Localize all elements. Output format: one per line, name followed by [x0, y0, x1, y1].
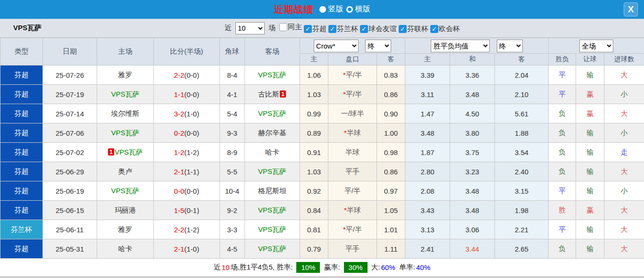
goals-result-cell: 小 [604, 85, 644, 104]
checkbox-icon[interactable]: ✓ [304, 25, 312, 33]
red-badge: 1 [280, 90, 286, 98]
avg-draw-cell: 3.75 [450, 143, 495, 162]
filter-checkbox-item[interactable]: 同主 [279, 23, 302, 32]
avg-time-select[interactable]: 终 [497, 40, 523, 52]
corners-cell: 8-9 [220, 143, 245, 162]
match-count-select[interactable]: 10 [235, 22, 265, 34]
goals-result-cell: 大 [604, 65, 644, 85]
team-name: VPS瓦萨 [258, 245, 286, 253]
away-cell: VPS瓦萨 [245, 239, 300, 259]
radio-icon[interactable] [346, 6, 353, 13]
league-cell: 芬超 [0, 85, 43, 104]
filter-checkbox-item[interactable]: ✓芬联杯 [399, 25, 428, 33]
avg-away-cell: 1.88 [495, 123, 549, 143]
away-cell: VPS瓦萨 [245, 201, 300, 220]
corners-cell: 9-2 [220, 201, 245, 220]
avg-away-cell: 2.10 [495, 85, 549, 104]
results-table-body: 芬超25-07-26雅罗2-2(0-0)8-4VPS瓦萨1.06*平/半0.83… [0, 65, 644, 259]
view-option[interactable]: 横版 [346, 4, 370, 14]
radio-icon[interactable] [319, 6, 326, 13]
summary-bar: 近10场,胜1平4负5, 胜率: 10% 赢率: 30% 大:60% 单率:40… [0, 259, 644, 276]
half-score: (0-1) [184, 206, 200, 214]
odd-label: 单率: [399, 263, 415, 272]
team-name: 玛丽港 [115, 206, 136, 214]
full-score: 3-2 [174, 110, 184, 118]
team-name: 奥卢 [118, 167, 133, 175]
corners-cell: 9-3 [220, 123, 245, 143]
checkbox-icon[interactable]: ✓ [360, 25, 368, 33]
league-cell: 芬兰杯 [0, 220, 43, 239]
page-title: 近期战绩 [274, 3, 314, 16]
handicap-text: 半球 [345, 148, 360, 156]
wdl-result-cell: 负 [549, 239, 576, 259]
col-header-score: 比分(半场) [154, 38, 220, 65]
filter-checkbox-item[interactable]: ✓欧会杯 [430, 25, 460, 33]
avg-draw-cell: 3.48 [450, 181, 495, 201]
checkbox-icon[interactable]: ✓ [399, 25, 407, 33]
team-name: 埃尔维斯 [111, 109, 140, 117]
team-name: VPS瓦萨 [13, 24, 42, 33]
big-label: 大: [371, 263, 380, 272]
away-cell: VPS瓦萨 [245, 104, 300, 123]
odds-group-header: Crow* 终 [300, 38, 405, 54]
team-name: 雅罗 [118, 71, 133, 79]
half-score: (0-0) [184, 187, 200, 195]
avg-away-cell: 2.04 [495, 65, 549, 85]
date-cell: 25-07-19 [43, 85, 97, 104]
wdl-result-cell: 胜 [549, 201, 576, 220]
checkbox-icon[interactable]: ✓ [328, 25, 336, 33]
avg-away-cell: 5.61 [495, 104, 549, 123]
filter-checkbox-item[interactable]: ✓球会友谊 [360, 25, 397, 33]
odds-away-cell: 1.00 [377, 123, 405, 143]
filter-label: 芬兰杯 [337, 25, 358, 33]
wdl-result-cell: 平 [549, 85, 576, 104]
full-score: 2-1 [174, 245, 184, 253]
view-radios: 竖版横版 [317, 4, 370, 15]
home-cell: 雅罗 [97, 65, 154, 85]
score-cell: 0-0(0-0) [154, 181, 220, 201]
home-cell: 1VPS瓦萨 [97, 143, 154, 162]
odds-time-select[interactable]: 终 [365, 40, 391, 52]
avg-draw-cell: 4.50 [450, 104, 495, 123]
checkbox-icon[interactable] [279, 23, 287, 31]
handicap-result-cell: 赢 [576, 85, 604, 104]
view-option-label: 横版 [355, 4, 370, 14]
handicap-cell: *半球 [328, 123, 377, 143]
filter-checkbox-item[interactable]: ✓芬兰杯 [328, 25, 358, 33]
avg-home-cell: 2.08 [405, 181, 450, 201]
away-cell: VPS瓦萨 [245, 220, 300, 239]
league-cell: 芬超 [0, 123, 43, 143]
odds-home-cell: 1.03 [300, 162, 328, 181]
col-header-corners: 角球 [220, 38, 245, 65]
handicap-cell: 半球 [328, 143, 377, 162]
half-score: (1-2) [184, 226, 200, 234]
avg-away-cell: 2.65 [495, 239, 549, 259]
avg-away-cell: 3.15 [495, 181, 549, 201]
home-cell: VPS瓦萨 [97, 123, 154, 143]
odds-home-cell: 1.03 [300, 85, 328, 104]
handicap-result-cell: 输 [576, 143, 604, 162]
score-cell: 1-5(0-1) [154, 201, 220, 220]
scope-select[interactable]: 全场 [579, 40, 613, 52]
wdl-result-cell: 负 [549, 104, 576, 123]
checkbox-icon[interactable]: ✓ [430, 25, 438, 33]
avg-away-cell: 2.21 [495, 220, 549, 239]
title-bar-content: 近期战绩 竖版横版 [274, 3, 370, 16]
subcol-handicap: 盘口 [328, 54, 377, 65]
close-icon[interactable]: X [624, 2, 638, 16]
odds-home-cell: 0.99 [300, 104, 328, 123]
score-cell: 3-2(1-0) [154, 104, 220, 123]
view-option[interactable]: 竖版 [319, 4, 343, 14]
odds-company-select[interactable]: Crow* [314, 40, 359, 52]
half-score: (1-1) [184, 168, 200, 176]
filter-checkbox-item[interactable]: ✓芬超 [304, 25, 326, 33]
handicap-result-cell: 输 [576, 162, 604, 181]
handicap-text: 半球 [347, 206, 361, 214]
summary-prefix: 近 [214, 263, 221, 272]
handicap-result-cell: 赢 [576, 201, 604, 220]
avg-type-select[interactable]: 胜平负均值 [431, 40, 490, 52]
table-row: 芬超25-05-31哈卡2-1(1-0)4-5VPS瓦萨0.79平手1.112.… [0, 239, 644, 259]
filter-label: 球会友谊 [368, 25, 397, 33]
recent-label: 近 [225, 24, 232, 33]
home-cell: 埃尔维斯 [97, 104, 154, 123]
